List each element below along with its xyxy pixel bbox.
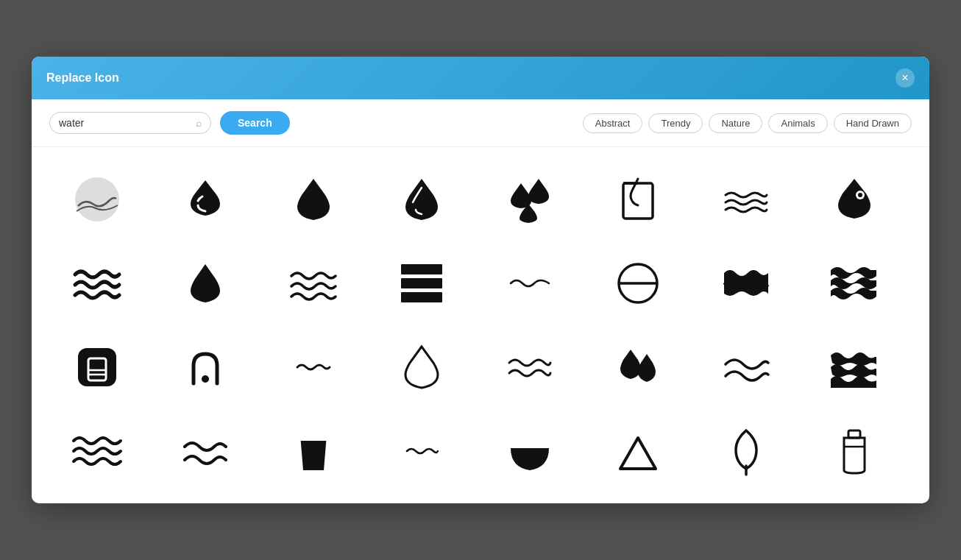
icon-water-drop-filled[interactable] bbox=[374, 159, 469, 240]
icon-water-arch[interactable] bbox=[157, 327, 253, 408]
icon-water-drops-two[interactable] bbox=[590, 327, 686, 408]
svg-point-0 bbox=[75, 177, 119, 221]
filter-trendy[interactable]: Trendy bbox=[648, 113, 703, 133]
icon-water-waves-curved[interactable] bbox=[698, 327, 794, 408]
svg-rect-5 bbox=[401, 278, 442, 288]
icon-water-drop[interactable] bbox=[266, 159, 361, 240]
icon-water-wave-tiny[interactable] bbox=[374, 411, 469, 492]
icon-water-bottle[interactable] bbox=[806, 411, 902, 492]
icon-water-bowl[interactable] bbox=[482, 411, 578, 492]
toolbar: ⌕ Search Abstract Trendy Nature Animals … bbox=[32, 99, 929, 147]
icon-water-waves-outline[interactable] bbox=[266, 243, 361, 324]
icon-water-drop-outline[interactable] bbox=[374, 327, 469, 408]
svg-rect-4 bbox=[401, 264, 442, 274]
filter-abstract[interactable]: Abstract bbox=[583, 113, 643, 133]
dialog-header: Replace Icon × bbox=[32, 57, 929, 99]
dialog-title: Replace Icon bbox=[46, 71, 119, 85]
svg-rect-1 bbox=[623, 183, 653, 219]
search-button[interactable]: Search bbox=[220, 111, 290, 135]
replace-icon-dialog: Replace Icon × ⌕ Search Abstract Trendy … bbox=[32, 57, 929, 503]
icon-water-circle[interactable] bbox=[590, 243, 686, 324]
icon-water-waves-simple[interactable] bbox=[698, 159, 794, 240]
icon-water-drop-circle[interactable] bbox=[157, 159, 253, 240]
icon-water-mini-waves[interactable] bbox=[266, 327, 361, 408]
icon-grid bbox=[49, 159, 912, 492]
icon-water-wave-medium[interactable] bbox=[482, 327, 578, 408]
svg-point-3 bbox=[858, 193, 862, 197]
close-button[interactable]: × bbox=[896, 68, 915, 88]
svg-rect-6 bbox=[401, 292, 442, 302]
icon-water-wave-light[interactable] bbox=[482, 243, 578, 324]
icon-water-waves-thick[interactable] bbox=[806, 243, 902, 324]
icon-water-drop-plain[interactable] bbox=[157, 243, 253, 324]
icon-grid-wrapper[interactable] bbox=[32, 147, 929, 503]
icon-water-glass[interactable] bbox=[590, 159, 686, 240]
modal-overlay: Replace Icon × ⌕ Search Abstract Trendy … bbox=[0, 0, 961, 560]
search-icon: ⌕ bbox=[196, 117, 202, 129]
svg-rect-12 bbox=[300, 435, 327, 441]
filter-nature[interactable]: Nature bbox=[709, 113, 762, 133]
icon-water-waves-bold[interactable] bbox=[49, 243, 145, 324]
filter-tags: Abstract Trendy Nature Animals Hand Draw… bbox=[583, 113, 912, 133]
icon-water-triangle-drop[interactable] bbox=[590, 411, 686, 492]
search-input[interactable] bbox=[59, 117, 193, 129]
filter-animals[interactable]: Animals bbox=[768, 113, 827, 133]
icon-water-waves-filled[interactable] bbox=[698, 243, 794, 324]
icon-water-waves-large[interactable] bbox=[49, 411, 145, 492]
icon-water-drops-multiple[interactable] bbox=[482, 159, 578, 240]
icon-river-landscape[interactable] bbox=[49, 159, 145, 240]
icon-water-fire-drop[interactable] bbox=[806, 159, 902, 240]
filter-hand-drawn[interactable]: Hand Drawn bbox=[834, 113, 912, 133]
icon-water-grid[interactable] bbox=[374, 243, 469, 324]
icon-water-cup[interactable] bbox=[266, 411, 361, 492]
icon-water-waves-ocean[interactable] bbox=[806, 327, 902, 408]
icon-water-waves-double[interactable] bbox=[157, 411, 253, 492]
svg-point-11 bbox=[202, 375, 209, 383]
icon-water-bottle-app[interactable] bbox=[49, 327, 145, 408]
search-box: ⌕ bbox=[49, 112, 211, 134]
icon-water-flame-drop[interactable] bbox=[698, 411, 794, 492]
